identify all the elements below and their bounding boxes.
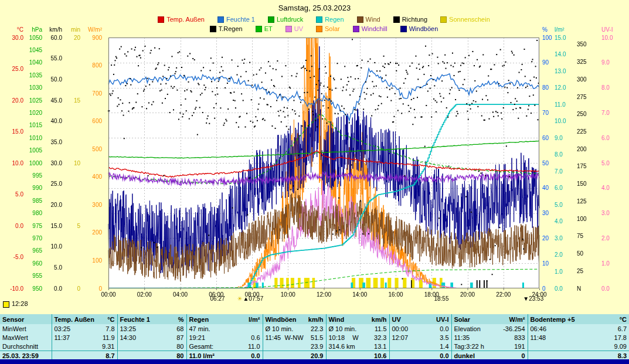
stats-table-container: SensorTemp. Außen°CFeuchte 1%Regenl/m²Wi… <box>0 314 629 359</box>
legend-item-feuchte-1[interactable]: Feuchte 1 <box>217 16 255 23</box>
legend-label: Solar <box>325 25 340 32</box>
stat-cell: 19:210.6 <box>186 333 263 342</box>
column-header: Feuchte 1% <box>117 314 186 324</box>
legend-swatch-icon <box>285 26 292 32</box>
legend-label: Feuchte 1 <box>226 16 255 23</box>
legend-item-et[interactable]: ET <box>256 25 273 32</box>
stat-cell: 06:466.7 <box>528 324 629 333</box>
sun-marker-time: 06:27 <box>210 295 225 302</box>
column-header: UVUV-I <box>389 314 451 324</box>
row-label: MinWert <box>0 324 52 333</box>
legend-label: UV <box>294 25 303 32</box>
legend-swatch-icon <box>440 16 447 23</box>
legend-swatch-icon <box>316 16 322 23</box>
column-header: Windböenkm/h <box>263 314 326 324</box>
stat-cell: 13:2568 <box>117 324 186 333</box>
stat-cell: dunkel0 <box>451 351 528 360</box>
weather-chart-canvas <box>0 0 629 311</box>
stat-cell: Gesamt:11.0 <box>186 342 263 351</box>
stat-cell: 00:000.0 <box>389 324 451 333</box>
legend-item-wind[interactable]: Wind <box>357 16 380 23</box>
legend-item-windb-en[interactable]: Windböen <box>400 25 438 32</box>
row-label: MaxWert <box>0 333 52 342</box>
row-label: Durchschnitt <box>0 342 52 351</box>
legend-label: Wind <box>366 16 380 23</box>
legend-swatch-icon <box>357 16 363 23</box>
legend-label: Windböen <box>409 25 438 32</box>
stat-cell: 12:073.5 <box>389 333 451 342</box>
row-label: 25.03. 23:59 <box>0 351 52 360</box>
legend-item-solar[interactable]: Solar <box>316 25 340 32</box>
legend-swatch-icon <box>256 26 262 32</box>
stats-table: SensorTemp. Außen°CFeuchte 1%Regenl/m²Wi… <box>0 314 629 360</box>
legend-item-sonnenschein[interactable]: Sonnenschein <box>440 16 490 23</box>
stat-cell: 0.0 <box>389 351 451 360</box>
sun-marker-time: 18:55 <box>434 295 448 302</box>
legend-swatch-icon <box>158 16 164 23</box>
stat-cell: 8.3 <box>528 351 629 360</box>
stat-cell: 47 min. <box>186 324 263 333</box>
stat-cell: 20.9 <box>263 351 326 360</box>
sun-marker: ▼23:53 <box>523 295 543 302</box>
table-row: MaxWert11:3711.914:308719:210.611:45W-NW… <box>0 333 629 342</box>
legend-item-regen[interactable]: Regen <box>316 16 344 23</box>
stat-cell: 11.0 l/m²0.0 <box>186 351 263 360</box>
legend-swatch-icon <box>353 26 359 32</box>
table-header-row: SensorTemp. Außen°CFeuchte 1%Regenl/m²Wi… <box>0 314 629 324</box>
legend-label: ET <box>264 25 273 32</box>
table-row: MinWert03:257.813:256847 min.Ø 10 min.22… <box>0 324 629 333</box>
sun-marker: 06:27 <box>210 295 225 302</box>
page-title: Samstag, 25.03.2023 <box>0 4 629 12</box>
legend-label: T.Regen <box>219 25 243 32</box>
legend-item-richtung[interactable]: Richtung <box>393 16 427 23</box>
stat-cell: 11:35833 <box>451 333 528 342</box>
stat-cell: 10:18W32.3 <box>326 333 389 342</box>
sun-icon: ☀ <box>237 295 242 302</box>
legend-swatch-icon <box>217 16 224 23</box>
legend-item-t-regen[interactable]: T.Regen <box>210 25 243 32</box>
column-header: Windkm/h <box>326 314 389 324</box>
legend-item-luftdruck[interactable]: Luftdruck <box>268 16 303 23</box>
sun-marker: 18:55 <box>434 295 448 302</box>
table-row: 25.03. 23:598.78011.0 l/m²0.020.910.60.0… <box>0 351 629 360</box>
sun-marker-time: ▼23:53 <box>523 295 543 302</box>
legend-label: Luftdruck <box>277 16 303 23</box>
stat-cell: 23.9 <box>263 342 326 351</box>
table-row: Durchschnitt9.3180Gesamt:11.023.9314.6 k… <box>0 342 629 351</box>
stat-cell: 11:4817.8 <box>528 333 629 342</box>
stat-cell: 80 <box>117 351 186 360</box>
stat-cell: 10.6 <box>326 351 389 360</box>
stat-cell: Tag:3:22 h191 <box>451 342 528 351</box>
legend-item-uv[interactable]: UV <box>285 25 303 32</box>
legend-swatch-icon <box>393 16 400 23</box>
stat-cell: Elevation-36.254 <box>451 324 528 333</box>
stat-cell: 9.31 <box>52 342 117 351</box>
stat-cell: 8.7 <box>52 351 117 360</box>
column-header: SolarW/m² <box>451 314 528 324</box>
legend-label: Temp. Außen <box>166 16 205 23</box>
legend-label: Richtung <box>402 16 427 23</box>
stat-cell: 14:3087 <box>117 333 186 342</box>
legend-row-1: Temp. AußenFeuchte 1LuftdruckRegenWindRi… <box>108 16 539 23</box>
legend-label: Sonnenschein <box>449 16 490 23</box>
stat-cell: 1.4 <box>389 342 451 351</box>
stat-cell: 03:257.8 <box>52 324 117 333</box>
stat-cell: 11:45W-NW51.5 <box>263 333 326 342</box>
legend-swatch-icon <box>400 26 407 32</box>
sun-marker: ☀▲07:57 <box>237 295 263 302</box>
stat-cell: Ø 10 min.22.3 <box>263 324 326 333</box>
sun-marker-time: ▲07:57 <box>243 295 263 302</box>
legend-item-windchill[interactable]: Windchill <box>353 25 387 32</box>
legend-item-temp-au-en[interactable]: Temp. Außen <box>158 16 205 23</box>
stat-cell: 314.6 km13.1 <box>326 342 389 351</box>
column-header: Bodentemp +5°C <box>528 314 629 324</box>
stat-cell: 80 <box>117 342 186 351</box>
legend-row-2: T.RegenETUVSolarWindchillWindböen <box>108 25 539 32</box>
legend-swatch-icon <box>210 26 216 32</box>
status-icon <box>3 301 9 308</box>
legend-label: Windchill <box>362 25 387 32</box>
stat-cell: 9.09 <box>528 342 629 351</box>
weather-chart-window: Samstag, 25.03.2023 Temp. AußenFeuchte 1… <box>0 0 629 364</box>
legend-swatch-icon <box>316 26 322 32</box>
column-header: Sensor <box>0 314 52 324</box>
